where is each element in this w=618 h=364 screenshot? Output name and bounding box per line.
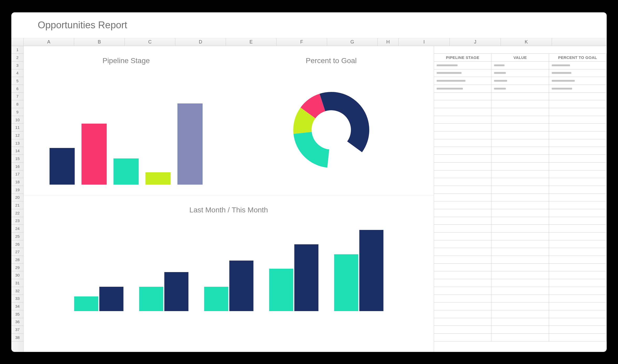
data-header-pipeline-stage[interactable]: PIPELINE STAGE (434, 54, 491, 61)
empty-row[interactable] (434, 271, 606, 279)
column-header-G[interactable]: G (327, 38, 378, 46)
column-header-F[interactable]: F (277, 38, 327, 46)
empty-cell[interactable] (434, 318, 491, 326)
empty-row[interactable] (434, 116, 606, 124)
empty-cell[interactable] (491, 217, 549, 225)
data-cell[interactable] (491, 77, 549, 85)
empty-row[interactable] (434, 233, 606, 240)
empty-row[interactable] (434, 93, 606, 101)
empty-row[interactable] (434, 209, 606, 217)
data-cell[interactable] (549, 85, 606, 92)
empty-cell[interactable] (434, 310, 491, 318)
row-header-17[interactable]: 17 (12, 170, 23, 178)
empty-cell[interactable] (549, 93, 606, 100)
empty-row[interactable] (434, 147, 606, 155)
empty-cell[interactable] (549, 124, 606, 131)
empty-cell[interactable] (491, 256, 549, 263)
empty-cell[interactable] (549, 264, 606, 271)
data-cell[interactable] (434, 85, 491, 92)
row-header-14[interactable]: 14 (12, 147, 23, 155)
row-header-23[interactable]: 23 (12, 217, 23, 225)
empty-cell[interactable] (434, 170, 491, 178)
column-header-D[interactable]: D (175, 38, 226, 46)
row-header-34[interactable]: 34 (12, 302, 23, 310)
empty-row[interactable] (434, 225, 606, 233)
empty-cell[interactable] (491, 163, 549, 170)
empty-cell[interactable] (491, 318, 549, 326)
data-row[interactable] (434, 69, 606, 77)
empty-cell[interactable] (491, 100, 549, 108)
empty-cell[interactable] (491, 302, 549, 310)
empty-cell[interactable] (434, 108, 491, 116)
column-header-I[interactable]: I (399, 38, 450, 46)
empty-cell[interactable] (434, 248, 491, 256)
empty-cell[interactable] (549, 295, 606, 302)
row-header-31[interactable]: 31 (12, 279, 23, 287)
empty-row[interactable] (434, 217, 606, 225)
corner-cell[interactable] (12, 38, 24, 46)
empty-cell[interactable] (549, 201, 606, 209)
row-header-32[interactable]: 32 (12, 287, 23, 295)
empty-cell[interactable] (491, 295, 549, 302)
row-header-24[interactable]: 24 (12, 225, 23, 233)
row-header-9[interactable]: 9 (12, 108, 23, 116)
empty-row[interactable] (434, 287, 606, 295)
data-cell[interactable] (491, 62, 549, 69)
empty-cell[interactable] (491, 287, 549, 295)
empty-cell[interactable] (549, 147, 606, 155)
empty-cell[interactable] (434, 287, 491, 295)
empty-cell[interactable] (491, 178, 549, 186)
row-header-35[interactable]: 35 (12, 310, 23, 318)
empty-cell[interactable] (549, 194, 606, 201)
row-header-33[interactable]: 33 (12, 295, 23, 303)
empty-row[interactable] (434, 279, 606, 287)
empty-row[interactable] (434, 295, 606, 303)
row-header-28[interactable]: 28 (12, 256, 23, 264)
empty-row[interactable] (434, 139, 606, 147)
column-header-E[interactable]: E (226, 38, 277, 46)
empty-cell[interactable] (491, 310, 549, 318)
column-header-B[interactable]: B (74, 38, 125, 46)
empty-cell[interactable] (549, 240, 606, 248)
empty-row[interactable] (434, 186, 606, 194)
empty-cell[interactable] (434, 264, 491, 271)
row-header-6[interactable]: 6 (12, 85, 23, 93)
empty-cell[interactable] (434, 124, 491, 131)
empty-cell[interactable] (549, 233, 606, 240)
empty-cell[interactable] (549, 209, 606, 217)
column-header-A[interactable]: A (24, 38, 74, 46)
empty-cell[interactable] (434, 163, 491, 170)
empty-row[interactable] (434, 100, 606, 108)
empty-cell[interactable] (491, 147, 549, 155)
empty-cell[interactable] (434, 178, 491, 186)
row-header-10[interactable]: 10 (12, 116, 23, 124)
empty-cell[interactable] (434, 209, 491, 217)
empty-cell[interactable] (491, 194, 549, 201)
row-header-29[interactable]: 29 (12, 264, 23, 272)
empty-cell[interactable] (549, 225, 606, 232)
empty-cell[interactable] (549, 302, 606, 310)
empty-row[interactable] (434, 248, 606, 256)
empty-cell[interactable] (491, 233, 549, 240)
row-header-20[interactable]: 20 (12, 194, 23, 202)
empty-cell[interactable] (491, 240, 549, 248)
empty-cell[interactable] (434, 201, 491, 209)
empty-cell[interactable] (549, 287, 606, 295)
empty-cell[interactable] (434, 194, 491, 201)
empty-cell[interactable] (491, 225, 549, 232)
row-header-21[interactable]: 21 (12, 201, 23, 209)
empty-row[interactable] (434, 334, 606, 341)
data-cell[interactable] (549, 62, 606, 69)
empty-cell[interactable] (549, 248, 606, 256)
empty-cell[interactable] (549, 108, 606, 116)
empty-row[interactable] (434, 318, 606, 326)
empty-cell[interactable] (491, 248, 549, 256)
empty-row[interactable] (434, 178, 606, 186)
empty-cell[interactable] (434, 217, 491, 225)
empty-cell[interactable] (549, 170, 606, 178)
empty-cell[interactable] (434, 295, 491, 302)
empty-cell[interactable] (491, 209, 549, 217)
empty-cell[interactable] (549, 217, 606, 225)
row-header-27[interactable]: 27 (12, 248, 23, 256)
data-row[interactable] (434, 62, 606, 69)
